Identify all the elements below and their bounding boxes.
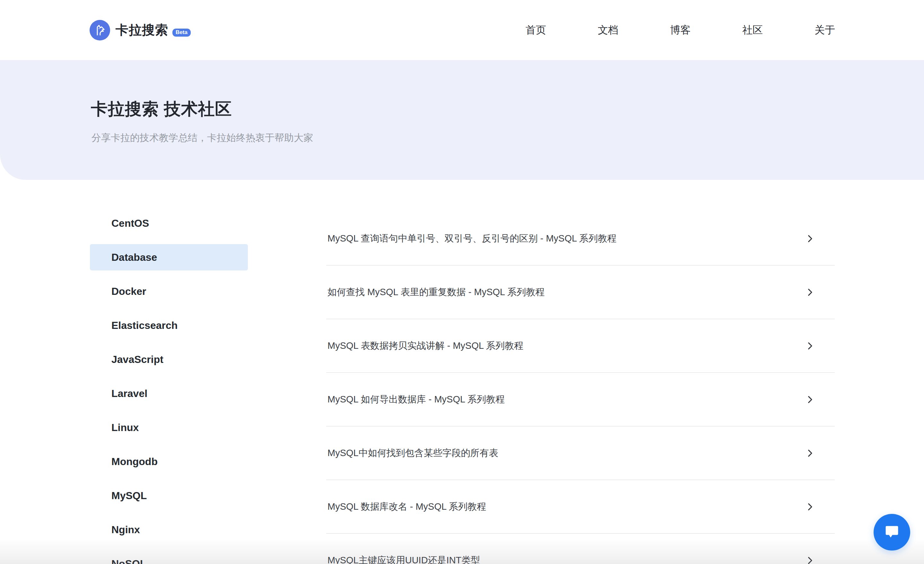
chevron-right-icon: [805, 341, 815, 351]
article-title: MySQL主键应该用UUID还是INT类型: [327, 554, 480, 564]
page-title: 卡拉搜索 技术社区: [91, 98, 232, 120]
chevron-right-icon: [805, 502, 815, 511]
chat-button[interactable]: [874, 514, 910, 550]
sidebar-item-nginx[interactable]: Nginx: [90, 516, 248, 543]
chevron-right-icon: [805, 287, 815, 297]
article-row[interactable]: MySQL中如何找到包含某些字段的所有表: [326, 427, 835, 480]
dog-logo-icon: [90, 20, 110, 41]
brand-logo[interactable]: 卡拉搜索 Beta: [90, 0, 191, 60]
article-list: MySQL 查询语句中单引号、双引号、反引号的区别 - MySQL 系列教程 如…: [326, 212, 835, 564]
page-subtitle: 分享卡拉的技术教学总结，卡拉始终热衷于帮助大家: [92, 131, 313, 144]
article-row[interactable]: MySQL 查询语句中单引号、双引号、反引号的区别 - MySQL 系列教程: [326, 212, 835, 266]
nav-item-home[interactable]: 首页: [526, 23, 546, 37]
article-title: MySQL 如何导出数据库 - MySQL 系列教程: [327, 393, 505, 406]
nav-item-about[interactable]: 关于: [814, 23, 835, 37]
sidebar-item-javascript[interactable]: JavaScript: [90, 346, 248, 373]
article-row[interactable]: MySQL 表数据拷贝实战讲解 - MySQL 系列教程: [326, 319, 835, 373]
sidebar-item-mysql[interactable]: MySQL: [90, 483, 248, 509]
sidebar-item-elasticsearch[interactable]: Elasticsearch: [90, 312, 248, 338]
chevron-right-icon: [805, 234, 815, 244]
article-row[interactable]: MySQL 如何导出数据库 - MySQL 系列教程: [326, 373, 835, 427]
brand-name: 卡拉搜索: [116, 21, 168, 39]
article-title: MySQL中如何找到包含某些字段的所有表: [327, 447, 498, 460]
sidebar-item-database[interactable]: Database: [90, 244, 248, 271]
chevron-right-icon: [805, 448, 815, 458]
nav-item-community[interactable]: 社区: [742, 23, 763, 37]
article-row[interactable]: MySQL 数据库改名 - MySQL 系列教程: [326, 480, 835, 534]
article-row[interactable]: MySQL主键应该用UUID还是INT类型: [326, 534, 835, 564]
chevron-right-icon: [805, 556, 815, 564]
hero-banner: 卡拉搜索 技术社区 分享卡拉的技术教学总结，卡拉始终热衷于帮助大家: [0, 60, 924, 180]
article-title: MySQL 数据库改名 - MySQL 系列教程: [327, 501, 486, 513]
top-header: 卡拉搜索 Beta 首页 文档 博客 社区 关于: [0, 0, 924, 60]
chat-bubble-icon: [883, 523, 901, 541]
sidebar-item-linux[interactable]: Linux: [90, 414, 248, 441]
article-row[interactable]: 如何查找 MySQL 表里的重复数据 - MySQL 系列教程: [326, 266, 835, 319]
chevron-right-icon: [805, 395, 815, 405]
nav-item-blog[interactable]: 博客: [670, 23, 691, 37]
sidebar-item-laravel[interactable]: Laravel: [90, 380, 248, 407]
article-title: 如何查找 MySQL 表里的重复数据 - MySQL 系列教程: [327, 286, 544, 299]
article-title: MySQL 表数据拷贝实战讲解 - MySQL 系列教程: [327, 340, 524, 352]
main-nav: 首页 文档 博客 社区 关于: [526, 0, 835, 60]
nav-item-docs[interactable]: 文档: [598, 23, 618, 37]
sidebar-item-mongodb[interactable]: Mongodb: [90, 448, 248, 475]
sidebar-item-centos[interactable]: CentOS: [90, 210, 248, 236]
category-sidebar: CentOS Database Docker Elasticsearch Jav…: [90, 210, 248, 564]
sidebar-item-nosql[interactable]: NoSQL: [90, 550, 248, 564]
article-title: MySQL 查询语句中单引号、双引号、反引号的区别 - MySQL 系列教程: [327, 232, 616, 245]
beta-badge: Beta: [172, 29, 191, 37]
sidebar-item-docker[interactable]: Docker: [90, 278, 248, 304]
